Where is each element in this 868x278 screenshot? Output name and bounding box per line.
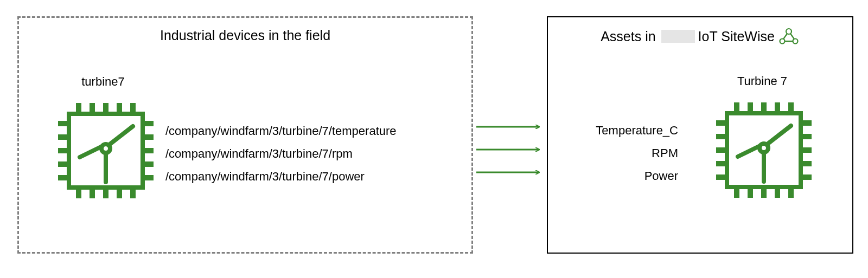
svg-point-29 xyxy=(780,39,784,44)
svg-point-28 xyxy=(786,29,792,34)
field-devices-title: Industrial devices in the field xyxy=(19,28,471,43)
mapping-arrows xyxy=(476,119,541,179)
svg-line-31 xyxy=(783,34,787,39)
sitewise-assets-panel: Assets in IoT SiteWise Turbine 7 Tempera… xyxy=(547,16,853,254)
data-stream-power: /company/windfarm/3/turbine/7/power xyxy=(165,165,397,188)
asset-property-list: Temperature_C RPM Power xyxy=(564,119,678,188)
asset-prop-rpm: RPM xyxy=(564,142,678,165)
data-stream-temperature: /company/windfarm/3/turbine/7/temperatur… xyxy=(165,120,397,143)
asset-turbine7-label: Turbine 7 xyxy=(708,74,816,88)
device-turbine7-label: turbine7 xyxy=(49,75,157,89)
sitewise-title-suffix: IoT SiteWise xyxy=(698,29,775,44)
sitewise-title-prefix: Assets in xyxy=(601,29,655,44)
data-stream-list: /company/windfarm/3/turbine/7/temperatur… xyxy=(165,120,397,188)
sitewise-assets-title: Assets in IoT SiteWise xyxy=(548,27,852,46)
data-stream-rpm: /company/windfarm/3/turbine/7/rpm xyxy=(165,143,397,165)
svg-point-30 xyxy=(793,39,797,44)
turbine-chip-icon xyxy=(52,96,160,207)
svg-line-32 xyxy=(790,34,794,39)
sitewise-service-icon xyxy=(778,27,800,46)
field-devices-panel: Industrial devices in the field turbine7 xyxy=(17,16,473,254)
asset-prop-temperature: Temperature_C xyxy=(564,119,678,142)
redacted-vendor-box xyxy=(661,30,695,43)
asset-chip-icon xyxy=(710,96,818,206)
asset-prop-power: Power xyxy=(564,165,678,188)
